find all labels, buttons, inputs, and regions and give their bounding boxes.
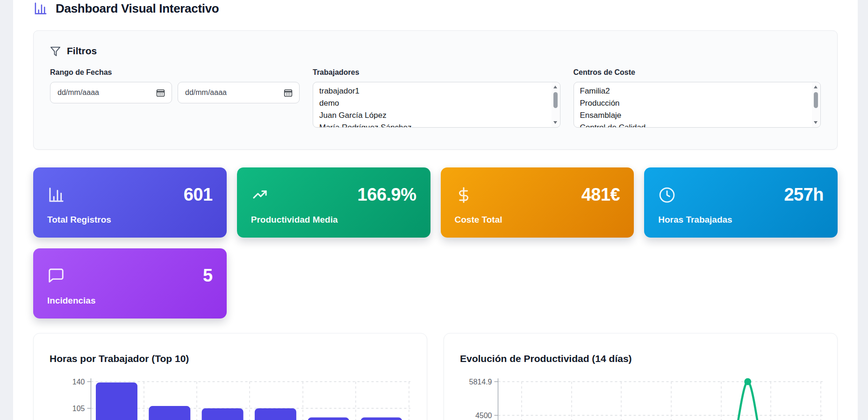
kpi-label: Coste Total: [455, 215, 620, 225]
scroll-up-arrow-icon[interactable]: [552, 84, 560, 91]
kpi-card-total-registros: 601 Total Registros: [33, 167, 227, 238]
workers-label: Trabajadores: [313, 68, 560, 77]
date-end-input[interactable]: [184, 88, 283, 97]
filters-grid: Rango de Fechas: [50, 68, 821, 128]
clock-icon: [658, 186, 676, 204]
kpi-card-coste-total: 481€ Coste Total: [441, 167, 634, 238]
kpi-value: 166.9%: [358, 186, 416, 203]
scroll-up-arrow-icon[interactable]: [812, 84, 820, 91]
scrollbar-thumb[interactable]: [553, 92, 558, 108]
listbox-option[interactable]: Control de Calidad: [580, 122, 812, 127]
dashboard-page: Dashboard Visual Interactivo Filtros Ran…: [13, 0, 858, 420]
cost-centers-scrollbar[interactable]: [812, 83, 820, 127]
kpi-value: 257h: [784, 186, 824, 203]
listbox-option[interactable]: Juan García López: [319, 109, 552, 122]
scrollbar-thumb[interactable]: [814, 92, 818, 108]
kpi-label: Incidencias: [47, 296, 213, 306]
listbox-option[interactable]: Ensamblaje: [580, 109, 812, 122]
scroll-down-arrow-icon[interactable]: [812, 119, 820, 126]
message-icon: [47, 267, 65, 285]
productivity-evolution-chart-card: 5814.94500 Evolución de Productividad (1…: [444, 333, 838, 420]
filter-icon: [50, 46, 61, 57]
cost-centers-listbox[interactable]: Familia2ProducciónEnsamblajeControl de C…: [574, 82, 821, 128]
kpi-card-productividad-media: 166.9% Productividad Media: [237, 167, 430, 238]
bar[interactable]: [361, 418, 402, 420]
page-title: Dashboard Visual Interactivo: [56, 1, 219, 16]
listbox-option[interactable]: María Rodríguez Sánchez: [319, 122, 552, 127]
chart-title: Horas por Trabajador (Top 10): [50, 353, 189, 364]
bar-chart-icon: [47, 186, 65, 204]
trending-up-icon: [251, 186, 269, 204]
listbox-option[interactable]: Familia2: [580, 85, 812, 97]
svg-text:140: 140: [72, 378, 85, 386]
kpi-label: Productividad Media: [251, 215, 416, 225]
svg-text:5814.9: 5814.9: [469, 378, 492, 386]
bar-chart-icon: [33, 1, 48, 16]
kpi-grid: 601 Total Registros 166.9% Productividad…: [33, 167, 838, 238]
scroll-down-arrow-icon[interactable]: [552, 119, 560, 126]
kpi-grid-row2: 5 Incidencias: [33, 248, 838, 319]
date-start-input[interactable]: [57, 88, 155, 97]
calendar-icon[interactable]: [155, 87, 165, 98]
charts-row: 140105 Horas por Trabajador (Top 10) 581…: [33, 333, 838, 420]
chart-title: Evolución de Productividad (14 días): [460, 353, 632, 364]
bar[interactable]: [149, 406, 190, 420]
filter-cost-centers: Centros de Coste Familia2ProducciónEnsam…: [574, 68, 821, 128]
date-start-field[interactable]: [50, 82, 172, 103]
filters-title: Filtros: [67, 45, 97, 57]
calendar-icon[interactable]: [283, 87, 293, 98]
bar[interactable]: [202, 408, 244, 420]
workers-listbox[interactable]: trabajador1demoJuan García LópezMaría Ro…: [313, 82, 560, 128]
productivity-line[interactable]: [728, 382, 768, 420]
cost-centers-label: Centros de Coste: [574, 68, 821, 77]
filter-date-range: Rango de Fechas: [50, 68, 300, 128]
listbox-option[interactable]: trabajador1: [319, 85, 552, 97]
kpi-label: Horas Trabajadas: [658, 215, 824, 225]
kpi-value: 481€: [581, 186, 620, 203]
listbox-option[interactable]: Producción: [580, 97, 812, 109]
filter-workers: Trabajadores trabajador1demoJuan García …: [313, 68, 560, 128]
svg-text:105: 105: [72, 405, 85, 413]
bar-chart-svg[interactable]: 140105: [34, 333, 427, 420]
page-header: Dashboard Visual Interactivo: [33, 0, 838, 16]
bar[interactable]: [96, 383, 137, 420]
filters-card: Filtros Rango de Fechas: [33, 30, 838, 150]
data-point[interactable]: [744, 378, 751, 385]
bar[interactable]: [308, 418, 349, 420]
listbox-option[interactable]: demo: [319, 97, 552, 109]
kpi-value: 5: [203, 267, 213, 284]
svg-text:4500: 4500: [475, 412, 492, 420]
kpi-card-incidencias: 5 Incidencias: [33, 248, 227, 319]
date-end-field[interactable]: [178, 82, 300, 103]
kpi-label: Total Registros: [47, 215, 213, 225]
date-range-label: Rango de Fechas: [50, 68, 300, 77]
bar[interactable]: [255, 408, 296, 420]
kpi-value: 601: [184, 186, 213, 203]
filters-header: Filtros: [50, 45, 821, 57]
workers-scrollbar[interactable]: [552, 83, 560, 127]
kpi-card-horas-trabajadas: 257h Horas Trabajadas: [644, 167, 838, 238]
dollar-icon: [455, 186, 473, 204]
line-chart-svg[interactable]: 5814.94500: [444, 333, 838, 420]
hours-by-worker-chart-card: 140105 Horas por Trabajador (Top 10): [33, 333, 427, 420]
